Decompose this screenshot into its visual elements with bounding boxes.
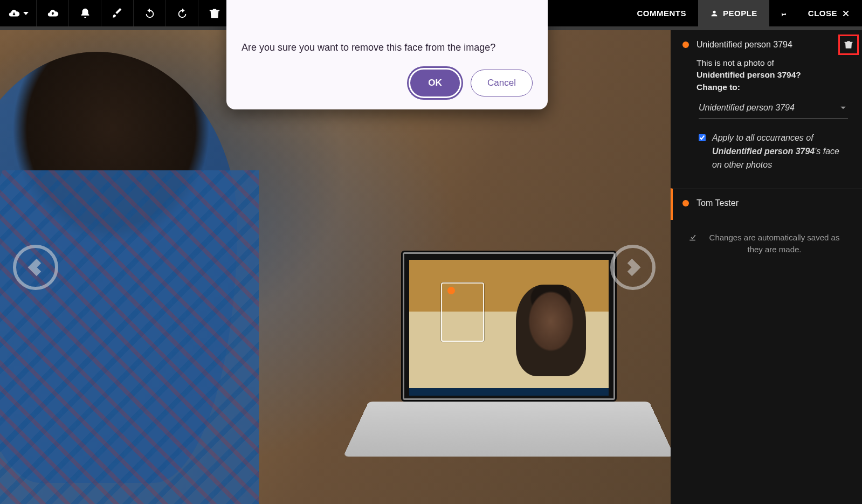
- notifications-button[interactable]: [69, 0, 101, 26]
- not-photo-text: This is not a photo of Unidentified pers…: [697, 57, 853, 93]
- person-name-1: Unidentified person 3794: [697, 40, 792, 50]
- person-name-2: Tom Tester: [697, 198, 739, 208]
- trash-icon: [209, 8, 220, 19]
- chevron-left-icon: [26, 258, 45, 277]
- photo-laptop: [369, 251, 649, 482]
- brush-button[interactable]: [101, 0, 134, 26]
- remove-face-button[interactable]: [838, 34, 859, 55]
- not-photo-line1: This is not a photo of: [697, 58, 774, 67]
- toolbar-right: COMMENTS PEOPLE CLOSE: [625, 0, 862, 26]
- prev-photo-button[interactable]: [13, 245, 58, 290]
- apply-all-checkbox[interactable]: [699, 133, 706, 142]
- rotate-left-button[interactable]: [134, 0, 166, 26]
- people-panel: Unidentified person 3794 This is not a p…: [671, 30, 862, 504]
- ok-button[interactable]: OK: [410, 70, 460, 96]
- photo-subject-shirt: [0, 170, 259, 504]
- cloud-download-icon: [8, 8, 20, 19]
- photo-laptop-keyboard: [343, 402, 671, 457]
- not-photo-qmark: ?: [796, 70, 801, 79]
- apply-all-row: Apply to all occurrances of Unidentified…: [699, 132, 848, 171]
- close-label: CLOSE: [808, 9, 837, 18]
- photo-laptop-screen: [401, 251, 617, 402]
- delete-button[interactable]: [198, 0, 231, 26]
- photo-laptop-taskbar: [409, 388, 609, 396]
- dialog-message: Are you sure you want to remove this fac…: [242, 42, 533, 53]
- rotate-right-icon: [176, 8, 188, 19]
- toolbar-left: [0, 0, 231, 26]
- person-header-1[interactable]: Unidentified person 3794: [682, 40, 853, 50]
- save-check-icon: [688, 233, 698, 243]
- tab-people[interactable]: PEOPLE: [698, 0, 769, 26]
- rotate-right-button[interactable]: [166, 0, 198, 26]
- app-root: COMMENTS PEOPLE CLOSE: [0, 0, 862, 504]
- person-marker-dot: [682, 200, 689, 206]
- dropdown-selected-value: Unidentified person 3794: [699, 103, 795, 113]
- tab-comments-label: COMMENTS: [637, 9, 686, 18]
- face-detection-box[interactable]: [441, 282, 484, 342]
- not-photo-name: Unidentified person 3794: [697, 70, 796, 79]
- download-menu-button[interactable]: [0, 0, 37, 26]
- tab-people-label: PEOPLE: [723, 9, 757, 18]
- brush-icon: [112, 8, 123, 19]
- apply-pre: Apply to all occurrances of: [712, 133, 813, 142]
- autosave-text: Changes are automatically saved as they …: [705, 232, 845, 256]
- tab-comments[interactable]: COMMENTS: [625, 0, 698, 26]
- next-photo-button[interactable]: [610, 245, 656, 290]
- trash-icon: [844, 40, 853, 50]
- dialog-actions: OK Cancel: [242, 70, 533, 96]
- person-card-1: Unidentified person 3794 This is not a p…: [671, 30, 862, 184]
- person-icon: [710, 9, 719, 18]
- pin-button[interactable]: [769, 0, 796, 26]
- caret-down-icon: [23, 12, 29, 15]
- chevron-right-icon: [623, 258, 643, 277]
- pin-icon: [777, 7, 789, 19]
- confirm-remove-dialog: Are you sure you want to remove this fac…: [226, 0, 548, 109]
- apply-all-label: Apply to all occurrances of Unidentified…: [712, 132, 848, 171]
- close-button[interactable]: CLOSE: [796, 0, 862, 26]
- change-person-dropdown[interactable]: Unidentified person 3794: [699, 100, 848, 119]
- bell-icon: [79, 8, 91, 19]
- change-to-label: Change to:: [697, 82, 740, 92]
- person-card-2[interactable]: Tom Tester: [671, 188, 862, 220]
- cancel-button[interactable]: Cancel: [471, 70, 533, 96]
- photo-face-on-screen: [516, 285, 586, 376]
- chevron-down-icon: [839, 104, 847, 112]
- person-header-2: Tom Tester: [682, 198, 853, 208]
- upload-button[interactable]: [37, 0, 69, 26]
- person-marker-dot: [682, 42, 689, 48]
- cloud-upload-icon: [47, 8, 59, 19]
- autosave-notice: Changes are automatically saved as they …: [671, 220, 862, 268]
- rotate-left-icon: [144, 8, 156, 19]
- apply-name: Unidentified person 3794: [712, 147, 815, 156]
- face-detection-marker: [447, 287, 455, 294]
- close-icon: [842, 9, 850, 18]
